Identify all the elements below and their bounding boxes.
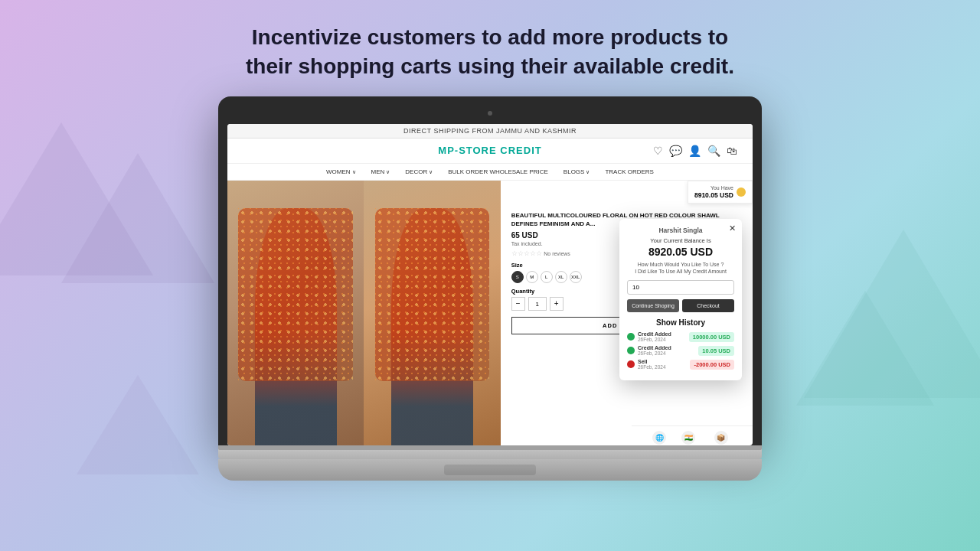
- nav-track[interactable]: TRACK ORDERS: [605, 168, 654, 175]
- credit-banner-label: You Have: [694, 184, 733, 191]
- history-item-3: Sell 26Feb, 2024 -2000.00 USD: [627, 359, 734, 370]
- size-xl[interactable]: XL: [555, 271, 567, 283]
- footer-free-shipping: 📦 Free shipping: [704, 431, 737, 445]
- header-icons: ♡ 💬 👤 🔍 🛍: [653, 145, 737, 157]
- history-date-2: 26Feb, 2024: [638, 350, 698, 356]
- laptop-base: [218, 445, 762, 459]
- account-icon[interactable]: 👤: [688, 145, 701, 157]
- quantity-decrease[interactable]: −: [511, 297, 525, 311]
- worldwide-icon: 🌐: [652, 431, 666, 445]
- whatsapp-icon[interactable]: 💬: [669, 145, 682, 157]
- store-main: You Have 8910.05 USD BEAUTIFUL MULTICOLO…: [227, 181, 753, 445]
- nav-women[interactable]: WOMEN: [326, 168, 356, 175]
- credit-modal: ✕ Harshit Singla Your Current Balance Is…: [619, 219, 742, 381]
- headline: Incentivize customers to add more produc…: [0, 0, 980, 96]
- history-date-3: 26Feb, 2024: [638, 364, 690, 370]
- show-history-title: Show History: [627, 318, 734, 327]
- headline-line1: Incentivize customers to add more produc…: [252, 25, 728, 49]
- history-date-1: 26Feb, 2024: [638, 337, 689, 342]
- free-shipping-icon: 📦: [714, 431, 728, 445]
- history-item-2: Credit Added 26Feb, 2024 10.05 USD: [627, 345, 734, 356]
- nav-men[interactable]: MEN: [371, 168, 390, 175]
- store-footer: 🌐 Worldwide 🇮🇳 Made In India 📦 Free ship…: [632, 425, 753, 445]
- history-amount-3: -2000.00 USD: [690, 360, 734, 370]
- footer-made-in-india: 🇮🇳 Made In India: [672, 431, 704, 445]
- continue-shopping-button[interactable]: Continue Shoping: [627, 299, 679, 312]
- modal-balance-amount: 8920.05 USD: [627, 246, 734, 258]
- product-images: [227, 181, 501, 445]
- made-in-india-icon: 🇮🇳: [681, 431, 695, 445]
- nav-bulk[interactable]: BULK ORDER WHOLESALE PRICE: [448, 168, 548, 175]
- credit-coin-icon: [737, 187, 746, 197]
- laptop-screen: DIRECT SHIPPING FROM JAMMU AND KASHMIR M…: [227, 124, 753, 445]
- store-nav: WOMEN MEN DECOR BULK ORDER WHOLESALE PRI…: [227, 164, 753, 181]
- wishlist-icon[interactable]: ♡: [653, 145, 663, 157]
- search-icon[interactable]: 🔍: [707, 145, 720, 157]
- modal-balance-label: Your Current Balance Is: [627, 237, 734, 244]
- store-header: MP-STORE CREDIT ♡ 💬 👤 🔍 🛍: [227, 139, 753, 164]
- modal-question: How Much Would You Like To Use ? I Did L…: [627, 261, 734, 276]
- quantity-increase[interactable]: +: [550, 297, 564, 311]
- laptop-hinge: [218, 445, 762, 450]
- size-s[interactable]: S: [511, 271, 524, 283]
- size-m[interactable]: M: [526, 271, 538, 283]
- nav-decor[interactable]: DECOR: [405, 168, 433, 175]
- store-logo: MP-STORE CREDIT: [438, 145, 541, 156]
- modal-close-button[interactable]: ✕: [729, 223, 736, 233]
- checkout-button[interactable]: Checkout: [682, 299, 734, 312]
- laptop-camera: [488, 111, 492, 116]
- size-xxl[interactable]: XXL: [570, 271, 582, 283]
- headline-line2: their shopping carts using their availab…: [246, 54, 734, 78]
- history-icon-3: [627, 360, 635, 368]
- nav-blogs[interactable]: BLOGS: [564, 168, 590, 175]
- history-type-3: Sell: [638, 359, 690, 364]
- history-info-2: Credit Added 26Feb, 2024: [638, 345, 698, 356]
- trackpad: [444, 465, 536, 475]
- announcement-text: DIRECT SHIPPING FROM JAMMU AND KASHMIR: [403, 127, 577, 135]
- laptop-bottom: [218, 459, 762, 481]
- product-reviews: No reviews: [544, 251, 570, 256]
- laptop-screen-outer: DIRECT SHIPPING FROM JAMMU AND KASHMIR M…: [218, 96, 762, 445]
- footer-worldwide: 🌐 Worldwide: [647, 431, 672, 445]
- history-icon-1: [627, 333, 635, 341]
- laptop-mockup: DIRECT SHIPPING FROM JAMMU AND KASHMIR M…: [0, 96, 980, 481]
- credit-banner-amount: 8910.05 USD: [694, 191, 733, 200]
- history-info-3: Sell 26Feb, 2024: [638, 359, 690, 370]
- history-icon-2: [627, 347, 635, 354]
- cart-icon[interactable]: 🛍: [727, 145, 737, 157]
- size-l[interactable]: L: [541, 271, 553, 283]
- credit-amount-input[interactable]: [627, 280, 734, 295]
- quantity-value: 1: [528, 297, 547, 311]
- history-amount-2: 10.05 USD: [698, 346, 734, 356]
- announcement-bar: DIRECT SHIPPING FROM JAMMU AND KASHMIR: [227, 124, 753, 139]
- product-image-right: [364, 181, 500, 445]
- camera-bar: [227, 106, 753, 121]
- history-type-2: Credit Added: [638, 345, 698, 350]
- history-type-1: Credit Added: [638, 331, 689, 337]
- modal-action-buttons: Continue Shoping Checkout: [627, 299, 734, 312]
- history-info-1: Credit Added 26Feb, 2024: [638, 331, 689, 342]
- modal-username: Harshit Singla: [627, 227, 734, 234]
- credit-banner: You Have 8910.05 USD: [688, 181, 753, 204]
- history-amount-1: 10000.00 USD: [689, 332, 734, 342]
- product-image-left: [227, 181, 364, 445]
- history-item-1: Credit Added 26Feb, 2024 10000.00 USD: [627, 331, 734, 342]
- laptop: DIRECT SHIPPING FROM JAMMU AND KASHMIR M…: [218, 96, 762, 481]
